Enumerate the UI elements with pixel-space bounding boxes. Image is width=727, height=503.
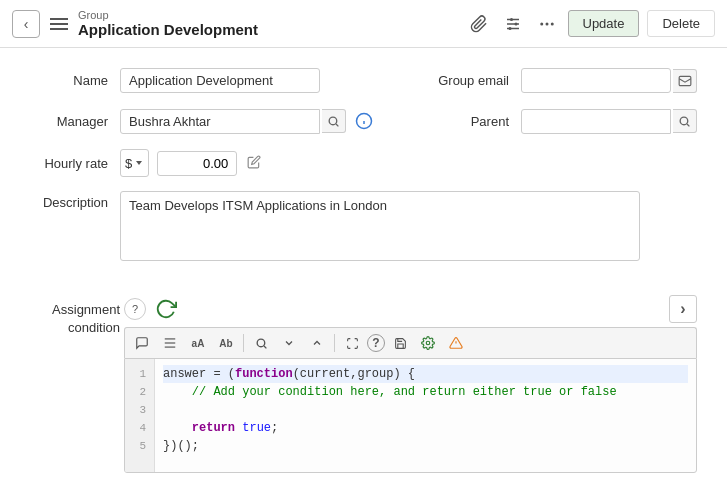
warning-icon: [449, 336, 463, 350]
sliders-icon: [504, 15, 522, 33]
assignment-full-row: Assignment condition ? ›: [30, 295, 697, 473]
assignment-top-controls: ? ›: [124, 295, 697, 323]
hamburger-icon[interactable]: [50, 18, 68, 30]
form-row-hourly-rate: Hourly rate $: [30, 149, 697, 177]
attachment-icon: [470, 15, 488, 33]
chevron-up-icon: [311, 337, 323, 349]
code-toolbar: aA Ab ?: [124, 327, 697, 358]
indent-icon: [163, 336, 177, 350]
parent-search-icon[interactable]: [673, 109, 697, 133]
svg-point-15: [680, 117, 688, 125]
header: ‹ Group Application Development Update D…: [0, 0, 727, 48]
group-email-input[interactable]: [521, 68, 671, 93]
description-label: Description: [30, 191, 120, 210]
expand-button[interactable]: ›: [669, 295, 697, 323]
fullscreen-icon: [346, 337, 359, 350]
attachment-button[interactable]: [466, 11, 492, 37]
svg-line-22: [264, 346, 266, 348]
toolbar-search-btn[interactable]: [248, 331, 274, 355]
code-line-5: })();: [163, 437, 688, 455]
header-title: Application Development: [78, 21, 258, 38]
back-icon: ‹: [24, 16, 29, 32]
svg-point-5: [508, 27, 511, 30]
toolbar-settings-btn[interactable]: [415, 331, 441, 355]
svg-line-16: [687, 124, 689, 126]
chevron-down-icon: [283, 337, 295, 349]
back-button[interactable]: ‹: [12, 10, 40, 38]
code-line-1: answer = (function(current,group) {: [163, 365, 688, 383]
rate-edit-icon[interactable]: [247, 155, 261, 172]
code-editor[interactable]: 1 2 3 4 5 answer = (function(current,gro…: [124, 358, 697, 473]
svg-point-21: [257, 339, 265, 347]
more-button[interactable]: [534, 11, 560, 37]
search-icon: [255, 337, 268, 350]
toolbar-comment-btn[interactable]: [129, 331, 155, 355]
manager-search-icon[interactable]: [322, 109, 346, 133]
dropdown-icon: [134, 158, 144, 168]
code-line-3: [163, 401, 688, 419]
toolbar-warning-btn[interactable]: [443, 331, 469, 355]
toolbar-up-btn[interactable]: [304, 331, 330, 355]
svg-point-23: [426, 341, 430, 345]
rate-input[interactable]: [157, 151, 237, 176]
svg-marker-17: [136, 161, 142, 165]
header-title-block: Group Application Development: [78, 9, 258, 38]
assignment-section: Assignment condition ? ›: [0, 295, 727, 473]
svg-line-11: [336, 124, 338, 126]
toolbar-format2-btn[interactable]: Ab: [213, 331, 239, 355]
parent-label: Parent: [471, 114, 509, 129]
header-actions: Update Delete: [466, 10, 716, 37]
currency-symbol: $: [125, 156, 132, 171]
manager-info-icon[interactable]: [350, 107, 378, 135]
comment-icon: [135, 336, 149, 350]
currency-selector[interactable]: $: [120, 149, 149, 177]
svg-point-10: [329, 117, 337, 125]
toolbar-save-btn[interactable]: [387, 331, 413, 355]
form-row-name: Name Group email: [30, 68, 697, 93]
right-section-parent: Parent: [471, 109, 697, 134]
gear-icon: [421, 336, 435, 350]
manager-field: [120, 109, 346, 134]
hourly-rate-label: Hourly rate: [30, 156, 120, 171]
svg-point-4: [514, 22, 517, 25]
description-textarea[interactable]: Team Develops ITSM Applications in Londo…: [120, 191, 640, 261]
form-row-manager: Manager Parent: [30, 107, 697, 135]
toolbar-sep1: [243, 334, 244, 352]
toolbar-format1-btn[interactable]: aA: [185, 331, 211, 355]
assignment-info-button[interactable]: [152, 295, 180, 323]
code-lines: answer = (function(current,group) { // A…: [155, 359, 696, 472]
toolbar-help-btn[interactable]: ?: [367, 334, 385, 352]
manager-label: Manager: [30, 114, 120, 129]
refresh-icon: [155, 298, 177, 320]
name-input[interactable]: [120, 68, 320, 93]
assignment-label: Assignment condition: [30, 301, 120, 337]
more-icon: [538, 15, 556, 33]
delete-button[interactable]: Delete: [647, 10, 715, 37]
line-numbers: 1 2 3 4 5: [125, 359, 155, 472]
code-line-2: // Add your condition here, and return e…: [163, 383, 688, 401]
toolbar-down-btn[interactable]: [276, 331, 302, 355]
code-line-4: return true;: [163, 419, 688, 437]
settings-button[interactable]: [500, 11, 526, 37]
header-subtitle: Group: [78, 9, 258, 21]
parent-input[interactable]: [521, 109, 671, 134]
toolbar-indent-btn[interactable]: [157, 331, 183, 355]
group-email-field: [521, 68, 697, 93]
form-area: Name Group email Manager Parent: [0, 48, 727, 295]
manager-input[interactable]: [120, 109, 320, 134]
header-left: ‹ Group Application Development: [12, 9, 466, 38]
update-button[interactable]: Update: [568, 10, 640, 37]
form-row-description: Description Team Develops ITSM Applicati…: [30, 191, 697, 261]
svg-rect-9: [679, 76, 691, 85]
svg-point-8: [550, 22, 553, 25]
assignment-help-button[interactable]: ?: [124, 298, 146, 320]
email-icon[interactable]: [673, 69, 697, 93]
right-section-email: Group email: [438, 68, 697, 93]
hourly-rate-controls: $: [120, 149, 261, 177]
save-icon: [394, 337, 407, 350]
svg-point-6: [540, 22, 543, 25]
toolbar-fullscreen-btn[interactable]: [339, 331, 365, 355]
svg-point-3: [510, 18, 513, 21]
assignment-code-container: ? ›: [124, 295, 697, 473]
svg-point-7: [545, 22, 548, 25]
